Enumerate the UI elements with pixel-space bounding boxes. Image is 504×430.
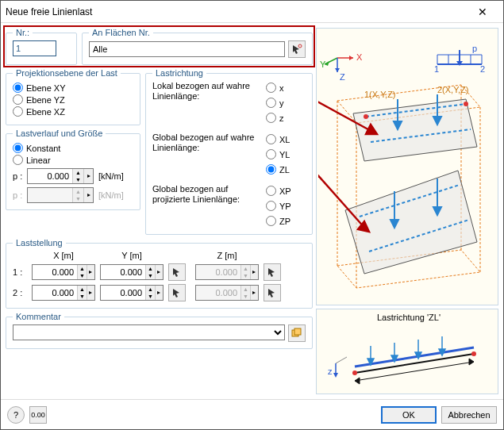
flachen-pick-button[interactable] <box>288 40 306 58</box>
ok-button[interactable]: OK <box>381 406 437 424</box>
p2-stepper: ▲▼ ▸ <box>27 187 94 203</box>
p1-menu[interactable]: ▸ <box>83 169 93 183</box>
projektionsebene-label: Projektionsebene der Last <box>13 68 121 78</box>
projektionsebene-fieldset: Projektionsebene der Last Ebene XY Ebene… <box>6 68 140 125</box>
laststellung-label: Laststellung <box>13 238 66 248</box>
preview-direction-label: Lastrichtung 'ZL' <box>374 313 441 322</box>
flachen-label: An Flächen Nr. <box>89 28 153 37</box>
p1-stepper[interactable]: ▲▼ ▸ <box>27 168 94 184</box>
nr-fieldset: Nr.: <box>6 28 77 65</box>
ls-z-head: Z [m] <box>195 251 259 260</box>
svg-text:Z: Z <box>340 72 345 82</box>
svg-marker-67 <box>469 359 474 365</box>
svg-rect-2 <box>294 328 301 335</box>
p2-label: p : <box>13 190 24 200</box>
svg-text:z: z <box>328 367 333 376</box>
dialog-window: Neue freie Linienlast ✕ Nr.: An Flächen … <box>0 0 504 430</box>
lokal-label: Lokal bezogen auf wahre Linienlänge: <box>152 81 261 125</box>
ls-x1-stepper[interactable]: ▲▼▸ <box>32 264 95 280</box>
nr-label: Nr.: <box>13 28 33 37</box>
svg-text:1: 1 <box>434 64 439 74</box>
ls-pick1z-button[interactable] <box>264 263 281 281</box>
nr-input[interactable] <box>13 40 56 56</box>
kommentar-label: Kommentar <box>13 312 64 321</box>
dir-yp-radio[interactable] <box>266 201 276 211</box>
p1-up[interactable]: ▲ <box>73 169 83 176</box>
flachen-input[interactable] <box>89 41 285 57</box>
ls-pick2z-button[interactable] <box>264 284 281 301</box>
global-wahr-label: Global bezogen auf wahre Linienlänge: <box>152 132 261 176</box>
kommentar-library-button[interactable] <box>288 324 306 342</box>
ls-row1-label: 1 : <box>13 267 27 277</box>
dir-z-radio[interactable] <box>266 113 276 123</box>
dir-yl-label: YL <box>279 150 290 159</box>
dir-x-radio[interactable] <box>266 83 276 93</box>
ls-z2-stepper: ▲▼▸ <box>195 285 259 301</box>
preview-direction-svg: z <box>323 324 490 390</box>
konstant-label: Konstant <box>26 144 60 153</box>
ls-x-head: X [m] <box>32 251 95 260</box>
dir-zl-radio[interactable] <box>266 164 276 175</box>
dir-yp-label: YP <box>279 202 291 211</box>
help-button[interactable]: ? <box>7 406 25 424</box>
window-title: Neue freie Linienlast <box>6 6 467 17</box>
lastrichtung-label: Lastrichtung <box>152 68 206 78</box>
dir-y-label: y <box>279 98 284 108</box>
ebene-yz-radio[interactable] <box>13 94 23 105</box>
svg-text:X: X <box>356 52 363 62</box>
konstant-radio[interactable] <box>13 143 23 153</box>
preview-direction: Lastrichtung 'ZL' z <box>316 309 498 394</box>
dir-x-label: x <box>279 83 284 93</box>
svg-point-56 <box>471 351 476 356</box>
p2-input <box>28 188 72 202</box>
lastrichtung-fieldset: Lastrichtung Lokal bezogen auf wahre Lin… <box>145 68 313 235</box>
ls-pick2-button[interactable] <box>168 284 186 301</box>
ls-y2-stepper[interactable]: ▲▼▸ <box>100 285 164 301</box>
svg-point-42 <box>464 102 468 106</box>
ebene-yz-label: Ebene YZ <box>26 95 65 105</box>
lastverlauf-fieldset: Lastverlauf und Größe Konstant Linear p … <box>6 129 140 210</box>
dir-yl-radio[interactable] <box>266 149 276 159</box>
preview-3d: Y X Z 12 p <box>316 28 498 305</box>
svg-marker-66 <box>355 378 360 384</box>
lastverlauf-label: Lastverlauf und Größe <box>13 129 106 138</box>
ebene-xy-radio[interactable] <box>13 83 23 93</box>
svg-text:2(X,Y,Z): 2(X,Y,Z) <box>437 85 469 94</box>
svg-text:p: p <box>472 44 477 53</box>
flachen-fieldset: An Flächen Nr. <box>82 28 313 65</box>
p1-down[interactable]: ▼ <box>73 176 83 183</box>
svg-marker-64 <box>439 349 445 355</box>
dir-xp-label: XP <box>279 186 291 196</box>
ls-z1-stepper: ▲▼▸ <box>195 264 259 280</box>
ls-y-head: Y [m] <box>100 251 164 260</box>
footer: ? 0.00 OK Abbrechen <box>1 399 503 429</box>
dir-xl-radio[interactable] <box>266 134 276 144</box>
ebene-xy-label: Ebene XY <box>26 83 66 93</box>
svg-point-0 <box>298 44 302 48</box>
laststellung-fieldset: Laststellung X [m] Y [m] Z [m] 1 : ▲▼▸ ▲… <box>6 238 313 309</box>
preview-3d-svg: Y X Z 12 p <box>318 36 496 298</box>
ebene-xz-radio[interactable] <box>13 106 23 117</box>
cancel-button[interactable]: Abbrechen <box>441 406 497 424</box>
ls-pick1-button[interactable] <box>168 263 186 281</box>
p1-input[interactable] <box>28 169 72 183</box>
svg-point-41 <box>364 114 368 119</box>
p1-label: p : <box>13 171 24 181</box>
svg-marker-5 <box>349 56 353 60</box>
svg-text:Y: Y <box>320 60 326 69</box>
dir-zp-radio[interactable] <box>266 216 276 226</box>
p2-unit: [kN/m] <box>98 190 124 200</box>
kommentar-fieldset: Kommentar <box>6 312 313 349</box>
ls-x2-stepper[interactable]: ▲▼▸ <box>32 285 95 301</box>
kommentar-combo[interactable] <box>13 324 285 340</box>
svg-point-55 <box>352 370 357 375</box>
ls-y1-stepper[interactable]: ▲▼▸ <box>100 264 164 280</box>
units-button[interactable]: 0.00 <box>29 406 47 424</box>
close-icon[interactable]: ✕ <box>467 6 498 18</box>
dir-zl-label: ZL <box>279 165 290 175</box>
linear-label: Linear <box>26 155 51 165</box>
linear-radio[interactable] <box>13 155 23 165</box>
svg-line-49 <box>336 357 347 363</box>
dir-xp-radio[interactable] <box>266 186 276 196</box>
dir-y-radio[interactable] <box>266 98 276 108</box>
